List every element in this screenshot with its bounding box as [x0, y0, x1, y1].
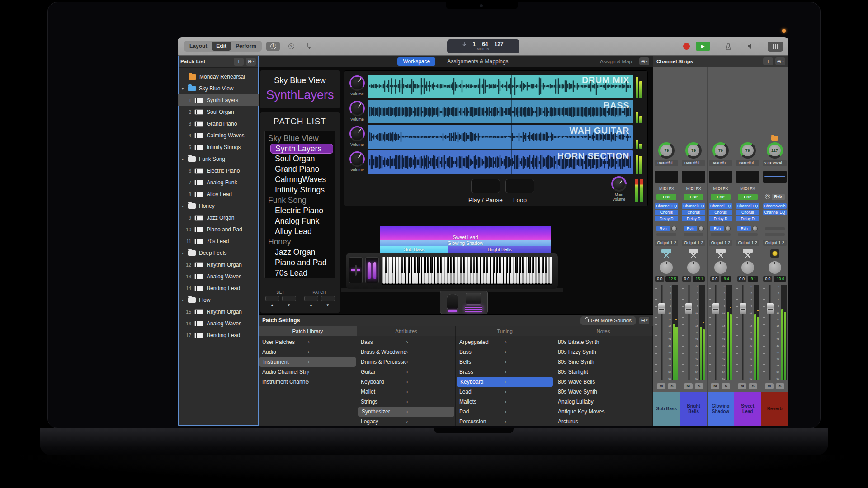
midi-fx-slot[interactable]: MIDI FX	[659, 186, 674, 191]
strip-smart-knob[interactable]: 79	[740, 142, 756, 159]
main-volume-control[interactable]: Main Volume	[609, 176, 629, 202]
patch-up-icon[interactable]: ▲	[304, 303, 318, 307]
fx-plugin-button[interactable]: Chorus	[655, 210, 678, 215]
fx-plugin-button[interactable]: ChromaVerb	[763, 203, 787, 209]
strip-name-plate[interactable]: Sweet Lead	[734, 392, 761, 426]
black-key[interactable]	[414, 257, 416, 273]
black-key[interactable]	[470, 257, 472, 273]
black-key[interactable]	[519, 257, 521, 273]
black-key[interactable]	[506, 257, 508, 273]
folder-row[interactable]: ▾Deep Feels	[178, 247, 259, 259]
patch-row[interactable]: 4Calming Waves	[178, 130, 259, 141]
display-patch-item[interactable]: Infinity Strings	[265, 185, 335, 195]
aux-input-slot[interactable]: ORvb	[763, 194, 787, 200]
display-patch-item[interactable]: Alloy Lead	[265, 226, 335, 237]
library-item[interactable]: Drums & Percussion›	[357, 357, 455, 367]
pitch-wheel-module[interactable]	[349, 257, 363, 283]
tab-assignments-mappings[interactable]: Assignments & Mappings	[442, 57, 514, 66]
send-level-knob[interactable]	[725, 226, 731, 231]
fx-plugin-button[interactable]: Delay D	[736, 216, 760, 221]
black-key[interactable]	[545, 257, 547, 273]
display-patch-item[interactable]: 70s Lead	[265, 268, 335, 278]
black-key[interactable]	[496, 257, 498, 273]
library-item[interactable]: Audio Channel Strips›	[259, 367, 357, 377]
solo-button[interactable]: S	[668, 383, 676, 389]
pan-knob[interactable]	[714, 261, 727, 274]
display-patch-item[interactable]: Electric Piano	[265, 206, 335, 216]
eq-thumbnail[interactable]	[682, 171, 705, 183]
pan-knob[interactable]	[769, 261, 781, 274]
black-key[interactable]	[408, 257, 410, 273]
fader-track[interactable]	[712, 285, 720, 380]
library-tab-notes[interactable]: Notes	[554, 326, 653, 336]
fx-plugin-button[interactable]: Chorus	[709, 210, 732, 215]
folder-row[interactable]: ▾Honey	[178, 200, 259, 212]
black-key[interactable]	[522, 257, 524, 273]
display-patch-item[interactable]: CalmngWaves	[265, 174, 335, 185]
fader-track[interactable]	[739, 285, 747, 380]
set-down-icon[interactable]: ▼	[282, 303, 296, 307]
pan-knob[interactable]	[687, 261, 700, 274]
track-volume-control[interactable]: Volume	[348, 126, 366, 147]
record-button[interactable]	[681, 42, 692, 51]
preset-name-button[interactable]: 2.6s Vocal...	[763, 160, 787, 166]
black-key[interactable]	[460, 257, 462, 273]
master-mute-button[interactable]	[744, 42, 757, 51]
black-key[interactable]	[542, 257, 543, 273]
patch-row[interactable]: 1170s Lead	[178, 235, 259, 247]
fader-cap[interactable]	[739, 303, 747, 314]
black-key[interactable]	[417, 257, 419, 273]
patch-down-icon[interactable]: ▼	[321, 303, 335, 307]
black-key[interactable]	[453, 257, 455, 273]
output-slot-button[interactable]: Output 1-2	[709, 240, 732, 246]
midi-fx-slot[interactable]: MIDI FX	[740, 186, 755, 191]
track-volume-control[interactable]: Volume	[348, 75, 366, 96]
concert-row[interactable]: Monday Rehearsal	[178, 71, 259, 83]
instrument-slot-button[interactable]: ES2	[684, 194, 703, 200]
library-item[interactable]: Synthesizer›	[358, 407, 454, 417]
add-channel-strip-button[interactable]: +	[763, 57, 773, 65]
fx-plugin-button[interactable]: Channel EQ	[709, 203, 732, 209]
display-set-header[interactable]: Sky Blue View	[265, 133, 335, 144]
fx-plugin-button[interactable]: Delay D	[682, 216, 705, 221]
patch-row[interactable]: 10Piano and Pad	[178, 224, 259, 235]
patch-list-action-menu[interactable]: ⊖▾	[246, 58, 256, 66]
add-patch-button[interactable]: +	[234, 58, 244, 66]
black-key[interactable]	[401, 257, 403, 273]
pan-knob[interactable]	[660, 261, 673, 274]
preset-name-button[interactable]: Beautiful...	[682, 160, 705, 166]
library-tab-patch-library[interactable]: Patch Library	[259, 326, 357, 336]
patch-prev-button[interactable]	[304, 296, 318, 301]
fx-plugin-button[interactable]: Chorus	[682, 210, 705, 215]
patch-row[interactable]: 17Bending Lead	[178, 329, 259, 341]
mute-button[interactable]: M	[684, 383, 693, 389]
black-key[interactable]	[486, 257, 488, 273]
metronome-button[interactable]	[722, 42, 735, 51]
instrument-slot-button[interactable]: ES2	[656, 194, 676, 200]
channel-strips-panel-toggle[interactable]	[768, 42, 783, 52]
black-key[interactable]	[473, 257, 475, 273]
workspace-action-menu[interactable]: ⊖▾	[639, 57, 649, 65]
eq-thumbnail[interactable]	[736, 171, 760, 183]
volume-value[interactable]: 0.0	[763, 276, 772, 282]
library-item[interactable]: Antique Key Moves	[554, 407, 652, 417]
solo-button[interactable]: S	[722, 383, 730, 389]
mode-button-layout[interactable]: Layout	[185, 42, 212, 51]
library-item[interactable]: Brass›	[456, 367, 554, 377]
fader-track[interactable]	[766, 285, 774, 380]
library-item[interactable]: 80s Bitrate Synth	[554, 337, 652, 347]
library-item[interactable]: Instrument Channel Strips›	[259, 377, 357, 387]
black-key[interactable]	[395, 257, 396, 273]
layer-bar[interactable]: Bright Bells	[448, 246, 551, 253]
patch-row[interactable]: 7Analog Funk	[178, 177, 259, 188]
sustain-pedal[interactable]	[447, 294, 458, 309]
channel-strips-action-menu[interactable]: ⊖▾	[775, 57, 785, 65]
fader-cap[interactable]	[658, 303, 665, 314]
fx-plugin-button[interactable]: Channel EQ	[682, 203, 705, 209]
layer-bar[interactable]: Sub Bass	[380, 246, 448, 253]
mod-wheel-module[interactable]	[365, 257, 379, 283]
send-level-knob[interactable]	[752, 226, 758, 231]
patch-row[interactable]: 8Alloy Lead	[178, 188, 259, 200]
library-item[interactable]: User Patches›	[259, 337, 357, 347]
library-item[interactable]: Strings›	[357, 397, 455, 407]
